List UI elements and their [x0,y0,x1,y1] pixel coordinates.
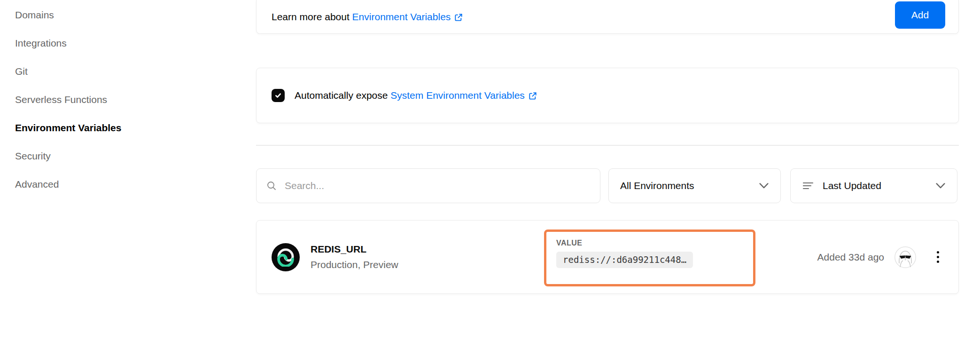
kebab-dot [937,251,939,253]
env-var-meta: REDIS_URL Production, Preview [311,244,398,270]
kebab-dot [937,256,939,258]
settings-page: Domains Integrations Git Serverless Func… [0,0,980,364]
add-button[interactable]: Add [895,1,945,29]
expose-text: Automatically expose System Environment … [295,90,537,101]
sidebar-item-security[interactable]: Security [15,142,51,170]
chevron-down-icon [935,182,946,189]
environment-variables-panel: Learn more about Environment Variables A… [256,0,980,364]
expose-prefix: Automatically expose [295,90,390,101]
sort-order-select[interactable]: Last Updated [790,168,957,203]
external-link-icon [528,91,537,101]
sort-order-value: Last Updated [823,180,881,191]
system-env-link-label: System Environment Variables [390,90,525,101]
expose-checkbox[interactable] [272,89,285,102]
added-timestamp: Added 33d ago [817,252,884,263]
env-var-name: REDIS_URL [311,244,398,255]
sidebar-item-integrations[interactable]: Integrations [15,29,67,57]
docs-link-label: Environment Variables [352,11,451,23]
expose-system-env-card: Automatically expose System Environment … [256,68,959,123]
sidebar-item-advanced[interactable]: Advanced [15,170,59,198]
env-var-value-highlight: VALUE rediss://:d6a99211c448… [544,229,755,286]
sidebar-item-git[interactable]: Git [15,57,28,86]
learn-more-prefix: Learn more about [272,11,352,23]
kebab-dot [937,261,939,263]
search-icon [266,180,277,191]
sidebar-item-environment-variables[interactable]: Environment Variables [15,114,121,142]
sort-icon [802,181,814,191]
integration-logo-icon [272,243,300,271]
environment-filter-select[interactable]: All Environments [608,168,781,203]
sidebar-item-serverless-functions[interactable]: Serverless Functions [15,86,107,114]
chevron-down-icon [759,182,769,189]
env-var-row-right: Added 33d ago [817,246,946,268]
section-divider [256,145,959,146]
learn-more-text: Learn more about Environment Variables [272,11,463,23]
settings-sidebar: Domains Integrations Git Serverless Func… [0,0,256,364]
environment-variables-docs-link[interactable]: Environment Variables [352,11,464,23]
system-env-variables-link[interactable]: System Environment Variables [390,90,537,101]
env-var-environments: Production, Preview [311,259,398,270]
environment-filter-value: All Environments [620,180,694,191]
sidebar-item-domains[interactable]: Domains [15,1,54,29]
value-label: VALUE [556,239,743,247]
row-menu-kebab-icon[interactable] [929,246,946,268]
learn-more-card: Learn more about Environment Variables A… [256,0,959,34]
user-avatar [894,246,916,268]
filter-toolbar: All Environments Last Updated [256,168,959,203]
search-input[interactable] [285,180,591,191]
env-var-row: REDIS_URL Production, Preview VALUE redi… [256,220,959,294]
external-link-icon [454,13,463,22]
search-field-container [256,168,600,203]
checkmark-icon [274,92,282,99]
env-var-value[interactable]: rediss://:d6a99211c448… [556,252,693,268]
